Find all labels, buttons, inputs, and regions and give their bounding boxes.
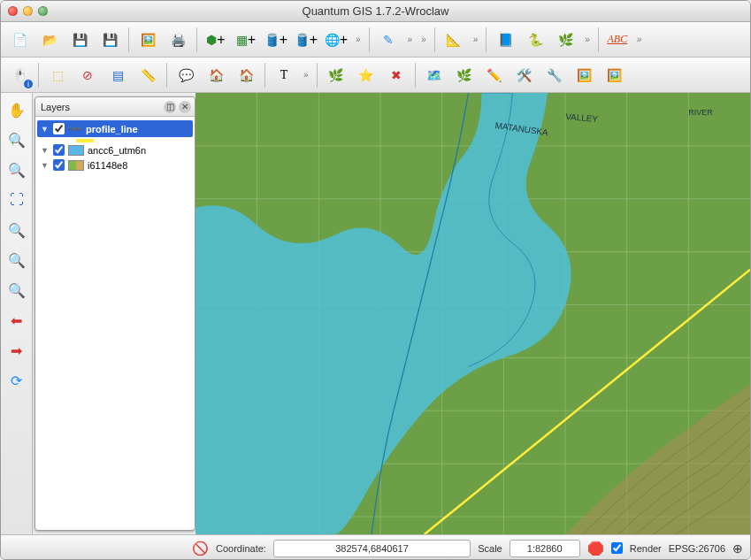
window-title: Quantum GIS 1.7.2-Wroclaw [1, 4, 750, 18]
layer-row[interactable]: ▼ ancc6_utm6n [37, 142, 193, 157]
collapse-icon[interactable]: ▼ [41, 161, 50, 170]
add-vector-layer-button[interactable]: ⬢+ [203, 27, 229, 53]
grass-new-vector-button[interactable]: ⭐ [353, 62, 379, 88]
chevron-expand-icon[interactable]: » [418, 35, 429, 44]
layer-visibility-checkbox[interactable] [53, 144, 65, 156]
layer-name: i61148e8 [88, 160, 127, 171]
zoom-layer-native-button[interactable]: 🔍 [5, 279, 28, 302]
refresh-button[interactable]: ⟳ [5, 369, 28, 392]
crs-label: EPSG:26706 [669, 543, 725, 554]
zoom-in-button[interactable]: 🔍+ [5, 128, 28, 151]
layer-legend-swatch [68, 160, 84, 171]
add-wms-layer-button[interactable]: 🌐+ [323, 27, 349, 53]
help-button[interactable]: 📘 [492, 27, 518, 53]
zoom-next-button[interactable]: ➡ [5, 339, 28, 362]
grass-settings2-button[interactable]: 🔧 [541, 62, 568, 88]
grass-display-button[interactable]: 🖼️ [571, 62, 598, 88]
grass-region-button[interactable]: 🗺️ [421, 62, 448, 88]
title-bar: Quantum GIS 1.7.2-Wroclaw [1, 1, 750, 22]
save-as-button[interactable]: 💾 [96, 27, 123, 53]
map-navigation-toolbar: ✋ 🔍+ 🔍− ⛶ 🔍 🔍 🔍 ⬅ ➡ ⟳ [1, 93, 33, 534]
chevron-expand-icon[interactable]: » [405, 35, 416, 44]
grass-settings-button[interactable]: 🛠️ [511, 62, 538, 88]
map-tips-button[interactable]: 💬 [172, 62, 199, 88]
coordinate-label: Coordinate: [216, 543, 266, 554]
text-annotation-button[interactable]: T [271, 62, 297, 88]
render-label: Render [630, 543, 662, 554]
toggle-editing-button[interactable]: ✎ [375, 27, 402, 53]
chevron-expand-icon[interactable]: » [634, 35, 645, 44]
labeling-button[interactable]: ABC [604, 27, 631, 53]
layer-name: ancc6_utm6n [88, 145, 146, 156]
coordinate-capture-button[interactable]: 📐 [441, 27, 467, 53]
add-raster-layer-button[interactable]: ▦+ [233, 27, 259, 53]
chevron-expand-icon[interactable]: » [471, 35, 481, 44]
bookmarks-button[interactable]: 🏠 [203, 62, 229, 88]
collapse-icon[interactable]: ▼ [41, 125, 50, 134]
crs-button[interactable]: ⊕ [732, 541, 743, 556]
grass-display-region-button[interactable]: 🖼️ [602, 62, 628, 88]
chevron-expand-icon[interactable]: » [582, 35, 593, 44]
svg-text:RIVER: RIVER [688, 108, 713, 117]
coordinate-field[interactable]: 382574,6840617 [273, 540, 471, 557]
scale-field[interactable]: 1:82860 [510, 540, 580, 557]
stop-render-icon[interactable]: 🛑 [587, 541, 604, 556]
scale-label: Scale [478, 543, 502, 554]
grass-edit-button[interactable]: ✏️ [481, 62, 508, 88]
status-bar: 🚫 Coordinate: 382574,6840617 Scale 1:828… [1, 534, 750, 560]
add-postgis-layer-button[interactable]: 🛢️+ [263, 27, 289, 53]
pan-button[interactable]: ✋ [5, 98, 28, 121]
grass-add-vector-button[interactable]: 🌿 [323, 62, 349, 88]
add-spatialite-layer-button[interactable]: 🛢️+ [293, 27, 319, 53]
zoom-selection-button[interactable]: 🔍 [5, 219, 28, 242]
layers-panel-undock-icon[interactable]: ◫ [164, 101, 176, 113]
zoom-full-button[interactable]: ⛶ [5, 188, 28, 211]
layer-visibility-checkbox[interactable] [53, 123, 65, 134]
map-canvas[interactable]: MATANUSKA VALLEY RIVER [195, 93, 750, 534]
print-composer-button[interactable]: 🖼️ [134, 27, 161, 53]
layers-list: ▼ 〰️ profile_line ▼ ancc6_utm6n ▼ i61148… [35, 117, 195, 530]
render-checkbox[interactable] [611, 542, 623, 554]
main-toolbar-1: 📄 📂 💾 💾 🖼️ 🖨️ ⬢+ ▦+ 🛢️+ 🛢️+ 🌐+ » ✎ » » 📐… [1, 22, 750, 58]
python-console-button[interactable]: 🐍 [522, 27, 548, 53]
bookmarks-new-button[interactable]: 🏠 [233, 62, 259, 88]
chevron-expand-icon[interactable]: » [353, 35, 364, 44]
select-rect-button[interactable]: ⬚ [44, 62, 71, 88]
grass-tools-button[interactable]: 🌿 [552, 27, 579, 53]
zoom-out-button[interactable]: 🔍− [5, 158, 28, 181]
map-svg: MATANUSKA VALLEY RIVER [195, 93, 750, 534]
layer-row[interactable]: ▼ i61148e8 [37, 157, 193, 173]
stop-rendering-icon[interactable]: 🚫 [192, 541, 209, 556]
layer-legend-swatch [68, 145, 84, 156]
open-file-button[interactable]: 📂 [36, 27, 63, 53]
layers-panel-close-icon[interactable]: ✕ [179, 101, 191, 113]
layers-panel: Layers ◫ ✕ ▼ 〰️ profile_line ▼ ancc6_utm… [34, 96, 195, 531]
zoom-last-button[interactable]: ⬅ [5, 309, 28, 332]
layer-visibility-checkbox[interactable] [53, 159, 65, 171]
new-file-button[interactable]: 📄 [6, 27, 33, 53]
chevron-expand-icon[interactable]: » [301, 70, 311, 80]
layers-panel-header[interactable]: Layers ◫ ✕ [35, 97, 195, 117]
save-button[interactable]: 💾 [66, 27, 93, 53]
layer-row[interactable]: ▼ 〰️ profile_line [37, 120, 193, 137]
identify-button[interactable]: 🖱️i [6, 62, 33, 88]
zoom-layer-button[interactable]: 🔍 [5, 249, 28, 272]
layers-panel-title: Layers [41, 102, 70, 112]
collapse-icon[interactable]: ▼ [41, 146, 50, 155]
measure-button[interactable]: 📏 [134, 62, 161, 88]
attribute-table-button[interactable]: ▤ [104, 62, 131, 88]
main-toolbar-2: 🖱️i ⬚ ⊘ ▤ 📏 💬 🏠 🏠 T » 🌿 ⭐ ✖ 🗺️ 🌿 ✏️ 🛠️ 🔧… [1, 58, 750, 93]
grass-close-mapset-button[interactable]: ✖ [383, 62, 410, 88]
print-button[interactable]: 🖨️ [165, 27, 191, 53]
grass-tools2-button[interactable]: 🌿 [451, 62, 478, 88]
deselect-all-button[interactable]: ⊘ [74, 62, 101, 88]
layer-name: profile_line [86, 124, 138, 134]
